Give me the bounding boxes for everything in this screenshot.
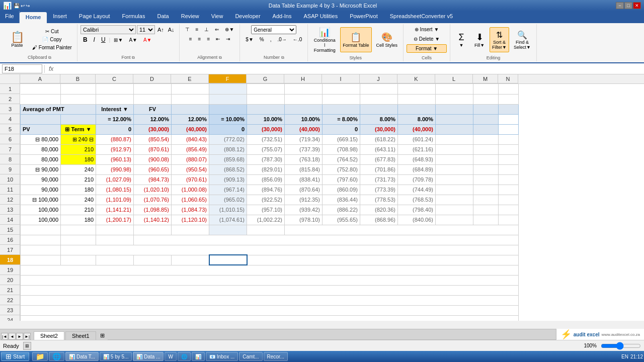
cell-C13[interactable]: (1,141.21) xyxy=(96,205,134,215)
row-num-6[interactable]: 6 xyxy=(0,134,20,144)
cell-D6[interactable]: (850.54) xyxy=(134,134,172,144)
cell-N3[interactable] xyxy=(499,104,519,114)
cell-C2[interactable] xyxy=(96,94,134,104)
add-sheet-button[interactable]: ⊞ xyxy=(97,331,108,340)
cell-styles-button[interactable]: 🎨 Cell Styles xyxy=(374,27,400,52)
align-left-button[interactable]: ≡ xyxy=(187,35,195,43)
sum-button[interactable]: Σ ▼ xyxy=(453,27,469,52)
cell-N14[interactable] xyxy=(499,215,519,225)
cell-I3[interactable] xyxy=(323,104,360,114)
col-header-H[interactable]: H xyxy=(284,74,322,83)
cell-A2[interactable] xyxy=(21,94,61,104)
cell-N5[interactable] xyxy=(499,124,519,134)
file-manager-icon[interactable]: 📁 xyxy=(32,352,48,361)
cell-D15[interactable] xyxy=(134,225,172,235)
row-num-11[interactable]: 11 xyxy=(0,185,20,195)
cell-H6[interactable]: (719.34) xyxy=(285,134,323,144)
cell-E4[interactable]: 12.00% xyxy=(172,114,209,124)
cell-E12[interactable]: (1,060.65) xyxy=(172,195,209,205)
increase-indent-button[interactable]: ⇥ xyxy=(223,35,232,43)
cell-E13[interactable]: (1,084.73) xyxy=(172,205,209,215)
cell-M2[interactable] xyxy=(473,94,499,104)
cell-K6[interactable]: (601.24) xyxy=(398,134,436,144)
camt-taskbar[interactable]: Camt... xyxy=(239,352,262,361)
cell-G11[interactable]: (894.76) xyxy=(247,185,285,195)
cell-C6[interactable]: (880.87) xyxy=(96,134,134,144)
col-header-N[interactable]: N xyxy=(498,74,518,83)
cell-J11[interactable]: (773.39) xyxy=(360,185,398,195)
close-button[interactable]: ✕ xyxy=(633,2,641,9)
cell-E11[interactable]: (1,000.08) xyxy=(172,185,209,195)
recor-taskbar[interactable]: Recor... xyxy=(264,352,288,361)
cell-M3[interactable] xyxy=(473,104,499,114)
tab-formulas[interactable]: Formulas xyxy=(116,11,151,23)
cell-C12[interactable]: (1,101.09) xyxy=(96,195,134,205)
delete-cells-button[interactable]: ⊖ Delete ▼ xyxy=(407,35,447,43)
row-num-9[interactable]: 9 xyxy=(0,164,20,174)
cell-I13[interactable]: (886.22) xyxy=(323,205,360,215)
cell-F8[interactable]: (859.68) xyxy=(209,154,247,164)
row-num-21[interactable]: 21 xyxy=(0,285,20,295)
wrap-text-button[interactable]: ⇐ xyxy=(212,25,221,34)
cell-K10[interactable]: (709.78) xyxy=(398,174,436,185)
cell-F1[interactable] xyxy=(209,84,247,94)
cell-L3[interactable] xyxy=(436,104,473,114)
cut-button[interactable]: ✂ Cut xyxy=(30,28,74,35)
col-header-L[interactable]: L xyxy=(435,74,473,83)
cell-M10[interactable] xyxy=(473,174,499,185)
cell-G9[interactable]: (829.01) xyxy=(247,164,285,174)
cell-C11[interactable]: (1,080.15) xyxy=(96,185,134,195)
cell-C10[interactable]: (1,027.09) xyxy=(96,174,134,185)
cell-H3[interactable] xyxy=(285,104,323,114)
cell-D5[interactable]: (30,000) xyxy=(134,124,172,134)
col-header-M[interactable]: M xyxy=(473,74,498,83)
cell-N7[interactable] xyxy=(499,144,519,154)
cell-I4[interactable]: = 8.00% xyxy=(323,114,360,124)
format-cells-button[interactable]: Format ▼ xyxy=(407,44,447,53)
cell-K7[interactable]: (621.16) xyxy=(398,144,436,154)
cell-L12[interactable] xyxy=(436,195,473,205)
cell-A10[interactable]: 90,000 xyxy=(21,174,61,185)
cell-H14[interactable]: (978.10) xyxy=(285,215,323,225)
row-num-2[interactable]: 2 xyxy=(0,94,20,104)
cell-N1[interactable] xyxy=(499,84,519,94)
cell-F15[interactable] xyxy=(209,225,247,235)
maximize-button[interactable]: □ xyxy=(624,2,632,9)
row-num-17[interactable]: 17 xyxy=(0,245,20,255)
cell-M13[interactable] xyxy=(473,205,499,215)
cell-J4[interactable]: 8.00% xyxy=(360,114,398,124)
cell-A15[interactable] xyxy=(21,225,61,235)
cell-F18[interactable] xyxy=(209,255,247,265)
tab-asap[interactable]: ASAP Utilities xyxy=(297,11,344,23)
tab-spreadsheetconverter[interactable]: SpreadsheetConverter v5 xyxy=(384,11,459,23)
row-num-7[interactable]: 7 xyxy=(0,144,20,154)
tab-data[interactable]: Data xyxy=(151,11,175,23)
cell-F10[interactable]: (909.13) xyxy=(209,174,247,185)
tab-file[interactable]: File xyxy=(0,11,20,23)
cell-A4[interactable] xyxy=(21,114,61,124)
cell-G12[interactable]: (922.52) xyxy=(247,195,285,205)
cell-B15[interactable] xyxy=(61,225,96,235)
increase-decimal-button[interactable]: .0→ xyxy=(275,35,289,44)
italic-button[interactable]: I xyxy=(91,35,98,44)
cell-F3[interactable] xyxy=(209,104,247,114)
cell-G1[interactable] xyxy=(247,84,285,94)
cell-M6[interactable] xyxy=(473,134,499,144)
word-taskbar[interactable]: W xyxy=(165,352,176,361)
decrease-decimal-button[interactable]: ←.0 xyxy=(290,35,304,44)
cell-D3[interactable]: FV xyxy=(134,104,172,114)
number-format-select[interactable]: General xyxy=(251,25,296,34)
sheet-tab-sheet1[interactable]: Sheet1 xyxy=(65,331,96,340)
cell-E14[interactable]: (1,120.10) xyxy=(172,215,209,225)
cell-J1[interactable] xyxy=(360,84,398,94)
tab-nav-last[interactable]: ►| xyxy=(24,333,31,340)
row-num-13[interactable]: 13 xyxy=(0,205,20,215)
col-header-B[interactable]: B xyxy=(60,74,96,83)
cell-D1[interactable] xyxy=(134,84,172,94)
cell-K11[interactable]: (744.49) xyxy=(398,185,436,195)
col-header-G[interactable]: G xyxy=(247,74,284,83)
cell-G3[interactable] xyxy=(247,104,285,114)
cell-L8[interactable] xyxy=(436,154,473,164)
cell-H8[interactable]: (763.18) xyxy=(285,154,323,164)
tab-powerpivot[interactable]: PowerPivot xyxy=(344,11,384,23)
